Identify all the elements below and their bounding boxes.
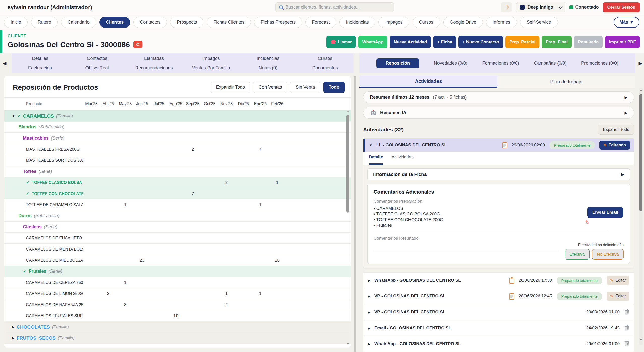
section-tab-promociones-0-0[interactable]: Promociones (0/0) bbox=[581, 61, 618, 66]
scrollbar-thumb[interactable] bbox=[346, 115, 349, 213]
dark-mode-toggle[interactable]: ☾ bbox=[501, 2, 512, 12]
filter-sin-venta-button[interactable]: Sin Venta bbox=[290, 82, 320, 93]
caret-right-icon[interactable]: ▶ bbox=[368, 342, 370, 346]
section-tab-llamadas[interactable]: Llamadas bbox=[126, 56, 183, 61]
section-tab-incidencias[interactable]: Incidencias bbox=[240, 56, 297, 61]
table-row-caramelos-de-naranja-250g[interactable]: CARAMELOS DE NARANJA 250G82 bbox=[4, 299, 351, 310]
filter-expandir-todo-button[interactable]: Expandir Todo bbox=[211, 82, 250, 93]
right-strip-next-icon[interactable]: ▶ bbox=[639, 60, 642, 66]
activity-row-ll-golosinas-del-centro-sl[interactable]: ▼LL - GOLOSINAS DEL CENTRO SL29/06/2026 … bbox=[363, 139, 634, 152]
detail-tab-detalle[interactable]: Detalle bbox=[369, 155, 383, 165]
table-row-caramelos-de-cereza-250g[interactable]: CARAMELOS DE CEREZA 250G1 bbox=[4, 277, 351, 288]
nav-tab-calendario[interactable]: Calendario bbox=[61, 17, 96, 28]
activity-row-whatsapp-golosinas-del-centro-sl[interactable]: ▶WhatsApp - GOLOSINAS DEL CENTRO SL29/01… bbox=[363, 336, 634, 352]
caret-right-icon[interactable]: ▶ bbox=[12, 325, 14, 329]
nav-tab-fichas-prospects[interactable]: Fichas Prospects bbox=[254, 17, 302, 28]
activities-scrollbar[interactable]: ▲ ▼ bbox=[639, 88, 643, 345]
scroll-up-icon[interactable]: ▲ bbox=[639, 88, 643, 92]
section-tab-recomendaciones[interactable]: Recomendaciones bbox=[126, 65, 183, 71]
nav-tab-self-service[interactable]: Self-Service bbox=[520, 17, 558, 28]
activity-row-vp-golosinas-del-centro-sl[interactable]: ▶VP - GOLOSINAS DEL CENTRO SL28/06/2026 … bbox=[363, 288, 634, 304]
table-row-toffee-clasico-bolsa-200g[interactable]: ✓TOFFEE CLASICO BOLSA 200G21 bbox=[4, 177, 351, 188]
summary-accordion[interactable]: Resumen últimos 12 meses (7 act. · 5 fic… bbox=[363, 91, 634, 103]
llamar-button[interactable]: ☎Llamar bbox=[326, 36, 356, 48]
detail-tab-actividades[interactable]: Actividades bbox=[392, 155, 414, 165]
prep-parcial-button[interactable]: Prep. Parcial bbox=[505, 36, 539, 48]
delete-button[interactable] bbox=[624, 340, 629, 347]
ficha-info-accordion[interactable]: Información de la Ficha ▶ bbox=[367, 168, 630, 180]
section-tab-detalles[interactable]: Detalles bbox=[12, 56, 69, 61]
section-tab-formaciones-0-0[interactable]: Formaciones (0/0) bbox=[482, 61, 519, 66]
editing-button[interactable]: ✎Editando bbox=[599, 141, 630, 150]
section-tab-notas-0[interactable]: Notas (0) bbox=[240, 65, 297, 71]
table-row-frutos-secos[interactable]: ▶FRUTOS_SECOS(Familia) bbox=[4, 333, 351, 344]
theme-select[interactable]: Deep Indigo bbox=[516, 2, 565, 12]
section-tab-documentos[interactable]: Documentos bbox=[297, 65, 354, 71]
logout-button[interactable]: Cerrar Sesión bbox=[603, 2, 640, 12]
filter-todo-button[interactable]: Todo bbox=[323, 82, 345, 93]
table-row-masticables[interactable]: Masticables(Serie) bbox=[4, 133, 351, 144]
table-row-caramelos-de-miel-bolsa-25[interactable]: CARAMELOS DE MIEL BOLSA 25...2318 bbox=[4, 255, 351, 266]
nav-tab-forecast[interactable]: Forecast bbox=[305, 17, 336, 28]
scroll-down-icon[interactable]: ▼ bbox=[346, 342, 350, 346]
nav-tab-impagos[interactable]: Impagos bbox=[378, 17, 409, 28]
resultado-button[interactable]: Resultado bbox=[574, 36, 603, 48]
scroll-down-icon[interactable]: ▼ bbox=[639, 338, 643, 342]
section-tab-reposici-n[interactable]: Reposición bbox=[376, 58, 419, 68]
prep-final-button[interactable]: Prep. Final bbox=[542, 36, 572, 48]
nav-tab-google-drive[interactable]: Google Drive bbox=[443, 17, 483, 28]
nav-tab-inicio[interactable]: Inicio bbox=[4, 17, 28, 28]
caret-right-icon[interactable]: ▶ bbox=[12, 336, 14, 340]
scroll-up-icon[interactable]: ▲ bbox=[346, 109, 350, 113]
caret-down-icon[interactable]: ▼ bbox=[12, 114, 15, 118]
ficha-button[interactable]: + Ficha bbox=[433, 36, 456, 48]
section-tab-novedades-0-0[interactable]: Novedades (0/0) bbox=[434, 61, 467, 66]
ia-summary-accordion[interactable]: Resumen IA ▶ bbox=[363, 107, 634, 119]
table-row-frutales[interactable]: ✓Frutales(Serie) bbox=[4, 266, 351, 277]
nav-tab-incidencias[interactable]: Incidencias bbox=[339, 17, 375, 28]
delete-button[interactable] bbox=[624, 324, 629, 332]
caret-right-icon[interactable]: ▶ bbox=[368, 294, 370, 298]
activity-row-vp-golosinas-del-centro-sl[interactable]: ▶VP - GOLOSINAS DEL CENTRO SL20/03/2026 … bbox=[363, 304, 634, 320]
section-tab-obj-vs-real[interactable]: Obj vs Real bbox=[69, 65, 126, 71]
table-row-caramelos-de-menta-bolsa[interactable]: CARAMELOS DE MENTA BOLSA ... bbox=[4, 244, 351, 255]
nav-tab-rutero[interactable]: Rutero bbox=[31, 17, 58, 28]
section-tab-ventas-por-familia[interactable]: Ventas Por Familia bbox=[183, 65, 240, 71]
nav-tab-informes[interactable]: Informes bbox=[486, 17, 517, 28]
section-tab-campa-as-0-0[interactable]: Campañas (0/0) bbox=[534, 61, 566, 66]
edit-button[interactable]: ✎Editar bbox=[607, 276, 629, 285]
table-row-toffee[interactable]: Toffee(Serie) bbox=[4, 166, 351, 177]
whatsapp-button[interactable]: WhatsApp bbox=[358, 36, 387, 48]
filter-con-ventas-button[interactable]: Con Ventas bbox=[253, 82, 287, 93]
edit-button[interactable]: ✎Editar bbox=[607, 292, 629, 301]
nuevo-contacto-button[interactable]: + Nuevo Contacto bbox=[458, 36, 503, 48]
expand-all-button[interactable]: Expandir todo bbox=[598, 125, 634, 135]
section-tab-contactos[interactable]: Contactos bbox=[69, 56, 126, 61]
caret-right-icon[interactable]: ▶ bbox=[368, 326, 370, 330]
nav-tab-cursos[interactable]: Cursos bbox=[413, 17, 440, 28]
section-tab-facturaci-n[interactable]: Facturación bbox=[12, 65, 69, 71]
nav-tab-clientes[interactable]: Clientes bbox=[99, 17, 130, 28]
table-row-chocolates[interactable]: ▶CHOCOLATES(Familia) bbox=[4, 321, 351, 333]
caret-down-icon[interactable]: ▼ bbox=[369, 143, 372, 147]
nav-tab-fichas-clientes[interactable]: Fichas Clientes bbox=[207, 17, 251, 28]
not-effective-button[interactable]: No Efectiva bbox=[592, 249, 624, 260]
effective-button[interactable]: Efectiva bbox=[565, 249, 590, 260]
caret-right-icon[interactable]: ▶ bbox=[368, 279, 370, 282]
nav-tab-prospects[interactable]: Prospects bbox=[170, 17, 203, 28]
delete-button[interactable] bbox=[624, 309, 629, 316]
search-input[interactable] bbox=[285, 5, 390, 10]
tab-plan-de-trabajo[interactable]: Plan de trabajo bbox=[497, 76, 636, 88]
table-row-caramelos-frutales-surtid[interactable]: CARAMELOS FRUTALES SURTID...10 bbox=[4, 310, 351, 321]
table-row-toffee-con-chocolate-20[interactable]: ✓TOFFEE CON CHOCOLATE 20...7 bbox=[4, 188, 351, 199]
activity-row-whatsapp-golosinas-del-centro-sl[interactable]: ▶WhatsApp - GOLOSINAS DEL CENTRO SL28/06… bbox=[363, 273, 634, 288]
send-email-button[interactable]: Enviar Email bbox=[587, 207, 623, 218]
panel-divider[interactable] bbox=[354, 76, 356, 352]
table-row-caramelos[interactable]: ▼✓CARAMELOS(Familia) bbox=[4, 111, 351, 122]
table-row-blandos[interactable]: Blandos(SubFamilia) bbox=[4, 122, 351, 133]
table-row-clasicos[interactable]: Clasicos(Serie) bbox=[4, 222, 351, 233]
table-scrollbar[interactable]: ▲ ▼ bbox=[346, 109, 350, 346]
table-row-masticables-surtidos-300g[interactable]: MASTICABLES SURTIDOS 300G bbox=[4, 155, 351, 166]
table-row-duros[interactable]: Duros(SubFamilia) bbox=[4, 210, 351, 222]
tab-actividades[interactable]: Actividades bbox=[359, 76, 497, 88]
